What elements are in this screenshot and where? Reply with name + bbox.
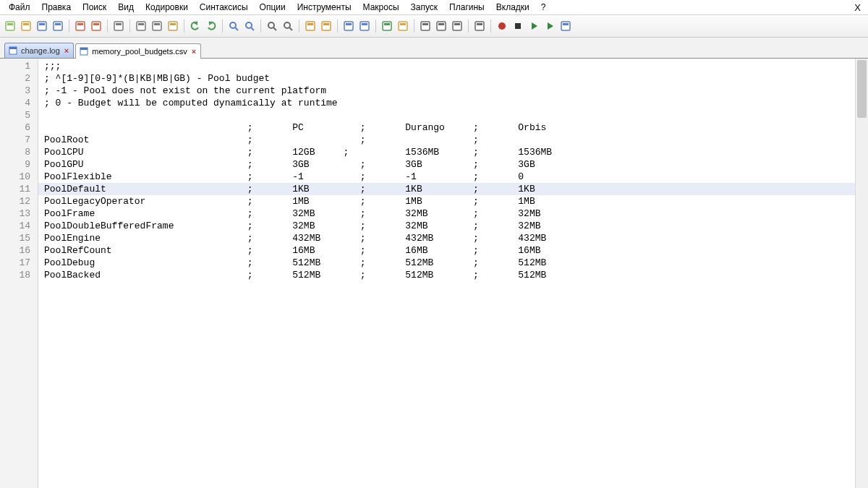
svg-rect-42 <box>421 22 430 30</box>
record-macro-icon[interactable] <box>495 19 509 33</box>
line-number: 12 <box>0 195 38 207</box>
play-multi-icon[interactable] <box>542 19 557 33</box>
svg-line-29 <box>289 27 292 30</box>
zoom-out-icon[interactable] <box>281 19 295 33</box>
doc-switcher-icon[interactable] <box>450 19 464 33</box>
paste-icon[interactable] <box>166 19 180 33</box>
code-line[interactable]: PoolRefCount ; 16MB ; 16MB ; 16MB <box>38 244 855 257</box>
play-macro-icon[interactable] <box>527 19 541 33</box>
find-icon[interactable] <box>226 19 241 33</box>
undo-icon[interactable] <box>188 19 203 33</box>
replace-icon[interactable] <box>242 19 257 33</box>
line-number: 7 <box>0 134 38 146</box>
code-line[interactable]: PoolEngine ; 432MB ; 432MB ; 432MB <box>38 232 855 244</box>
cut-icon[interactable] <box>134 19 148 33</box>
svg-rect-16 <box>153 22 161 30</box>
save-icon[interactable] <box>35 19 49 33</box>
menu-help[interactable]: ? <box>535 1 552 14</box>
code-line[interactable]: PoolGPU ; 3GB ; 3GB ; 3GB <box>38 158 855 171</box>
svg-rect-14 <box>137 22 145 30</box>
toolbar-separator <box>468 20 469 33</box>
menu-run[interactable]: Запуск <box>405 1 444 14</box>
code-line[interactable]: PoolDefault ; 1KB ; 1KB ; 1KB <box>38 183 855 195</box>
vertical-scrollbar[interactable] <box>855 59 868 488</box>
zoom-in-icon[interactable] <box>265 19 279 33</box>
code-line[interactable]: PoolCPU ; 12GB ; 1536MB ; 1536MB <box>38 146 855 158</box>
code-line[interactable]: PoolBacked ; 512MB ; 512MB ; 512MB <box>38 269 855 281</box>
show-all-chars-icon[interactable] <box>357 19 372 33</box>
open-file-icon[interactable] <box>19 19 33 33</box>
code-area[interactable]: ;;;; ^[1-9][0-9]*(B|KB|MB|GB) - Pool bud… <box>38 59 855 488</box>
svg-rect-15 <box>138 23 144 25</box>
svg-point-26 <box>268 22 274 28</box>
folder-icon[interactable] <box>396 19 410 33</box>
code-line[interactable]: PoolRoot ; ; ; <box>38 134 855 146</box>
svg-rect-5 <box>39 23 45 25</box>
svg-rect-44 <box>437 22 446 30</box>
code-line[interactable]: PoolFlexible ; -1 ; -1 ; 0 <box>38 171 855 183</box>
sync-v-icon[interactable] <box>303 19 318 33</box>
word-wrap-icon[interactable] <box>341 19 356 33</box>
code-line[interactable]: ; 0 - Budget will be computed dynamicall… <box>38 97 855 109</box>
menu-search[interactable]: Поиск <box>77 1 112 14</box>
function-list-icon[interactable] <box>418 19 433 33</box>
save-macro-icon[interactable] <box>558 19 573 33</box>
menu-edit[interactable]: Правка <box>36 1 77 14</box>
tab-close-icon[interactable]: × <box>190 47 197 56</box>
save-all-icon[interactable] <box>51 19 65 33</box>
code-line[interactable] <box>38 109 855 121</box>
code-line[interactable]: PoolDoubleBufferedFrame ; 32MB ; 32MB ; … <box>38 220 855 232</box>
svg-rect-46 <box>453 22 461 30</box>
close-file-icon[interactable] <box>73 19 88 33</box>
svg-rect-32 <box>322 22 331 30</box>
svg-rect-8 <box>76 22 85 30</box>
print-icon[interactable] <box>111 19 126 33</box>
monitoring-icon[interactable] <box>472 19 487 33</box>
close-document-button[interactable]: X <box>850 2 865 13</box>
close-all-icon[interactable] <box>89 19 103 33</box>
line-number: 5 <box>0 109 38 121</box>
code-line[interactable]: ;;; <box>38 60 855 72</box>
svg-rect-12 <box>114 22 123 30</box>
menu-macro[interactable]: Макросы <box>357 1 405 14</box>
stop-macro-icon[interactable] <box>511 19 525 33</box>
menu-encoding[interactable]: Кодировки <box>140 1 194 14</box>
menu-language[interactable]: Синтаксисы <box>194 1 254 14</box>
toolbar-separator <box>337 20 338 33</box>
new-file-icon[interactable] <box>3 19 17 33</box>
tab-change-log[interactable]: change.log × <box>4 43 74 58</box>
tab-close-icon[interactable]: × <box>63 46 70 55</box>
toolbar-separator <box>107 20 108 33</box>
line-number: 10 <box>0 171 38 183</box>
toolbar-separator <box>375 20 376 33</box>
code-line[interactable]: PoolDebug ; 512MB ; 512MB ; 512MB <box>38 257 855 269</box>
line-number: 18 <box>0 269 38 281</box>
tab-strip: change.log × memory_pool_budgets.csv × <box>0 38 868 59</box>
code-line[interactable]: ; ^[1-9][0-9]*(B|KB|MB|GB) - Pool budget <box>38 72 855 85</box>
code-line[interactable]: PoolFrame ; 32MB ; 32MB ; 32MB <box>38 207 855 220</box>
line-number: 8 <box>0 146 38 158</box>
menu-window[interactable]: Вкладки <box>490 1 535 14</box>
code-line[interactable]: PoolLegacyOperator ; 1MB ; 1MB ; 1MB <box>38 195 855 207</box>
doc-map-icon[interactable] <box>434 19 448 33</box>
sync-h-icon[interactable] <box>319 19 333 33</box>
redo-icon[interactable] <box>204 19 218 33</box>
scrollbar-thumb[interactable] <box>857 60 867 118</box>
svg-rect-30 <box>306 22 315 30</box>
code-line[interactable]: ; -1 - Pool does not exist on the curren… <box>38 85 855 97</box>
code-line[interactable]: ; PC ; Durango ; Orbis <box>38 121 855 134</box>
menu-plugins[interactable]: Плагины <box>443 1 490 14</box>
menu-tools[interactable]: Инструменты <box>292 1 357 14</box>
menu-file[interactable]: Файл <box>3 1 36 14</box>
copy-icon[interactable] <box>150 19 164 33</box>
svg-line-23 <box>235 27 238 30</box>
indent-guide-icon[interactable] <box>380 19 394 33</box>
toolbar-separator <box>69 20 69 33</box>
svg-rect-57 <box>9 47 17 49</box>
toolbar-separator <box>260 20 261 33</box>
menu-view[interactable]: Вид <box>112 1 140 14</box>
menu-settings[interactable]: Опции <box>254 1 292 14</box>
tab-memory-pool-budgets[interactable]: memory_pool_budgets.csv × <box>75 43 201 59</box>
svg-rect-36 <box>360 22 369 30</box>
line-number: 16 <box>0 244 38 257</box>
